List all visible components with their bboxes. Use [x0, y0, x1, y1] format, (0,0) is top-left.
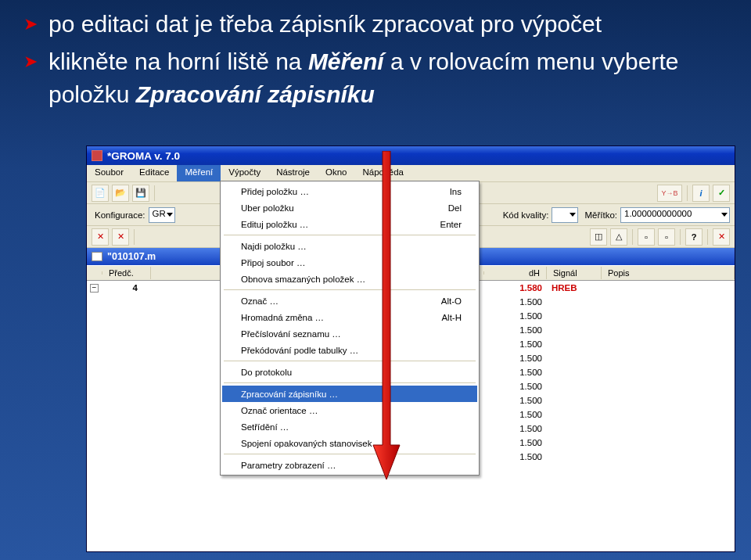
yb-icon[interactable]: Y→B: [657, 185, 682, 202]
save-icon[interactable]: 💾: [132, 185, 149, 202]
menu-item[interactable]: Obnova smazaných položek …: [222, 271, 477, 287]
col-predc[interactable]: Předč.: [102, 267, 151, 279]
new-icon[interactable]: 📄: [92, 185, 109, 202]
menu-item[interactable]: Spojení opakovaných stanovisek …: [222, 435, 477, 451]
bullet-2: klikněte na horní liště na Měření a v ro…: [49, 45, 728, 111]
menu-item[interactable]: Přidej položku …Ins: [222, 183, 477, 199]
col-signal[interactable]: Signál: [547, 267, 602, 279]
col-dh[interactable]: dH: [484, 267, 547, 279]
kod-combo[interactable]: [552, 207, 578, 223]
menu-item[interactable]: Parametry zobrazení …: [222, 457, 477, 473]
menu-item[interactable]: Do protokolu: [222, 364, 477, 380]
menu-item[interactable]: Označ …Alt-O: [222, 293, 477, 309]
menu-item[interactable]: Uber položkuDel: [222, 199, 477, 216]
help-icon[interactable]: ?: [685, 228, 702, 246]
check-icon[interactable]: ✓: [713, 185, 730, 202]
menu-okno[interactable]: Okno: [318, 165, 355, 181]
tool-icon[interactable]: ▫: [638, 228, 655, 246]
menu-mereni[interactable]: Měření: [177, 165, 221, 181]
tool-icon[interactable]: ✕: [112, 228, 129, 246]
app-window: *GROMA v. 7.0 Soubor Editace Měření Výpo…: [86, 145, 735, 552]
konfig-combo[interactable]: GR: [149, 207, 175, 223]
menu-nastroje[interactable]: Nástroje: [268, 165, 318, 181]
shortcut-label: Del: [448, 203, 462, 213]
tool-icon[interactable]: ✕: [713, 228, 730, 246]
bullet-1: po editaci dat je třeba zápisník zpracov…: [49, 8, 602, 41]
open-icon[interactable]: 📂: [112, 185, 129, 202]
menu-item[interactable]: Setřídění …: [222, 418, 477, 435]
subwindow-title: "010107.m: [107, 251, 156, 262]
bullet-icon: ➤: [23, 50, 38, 111]
shortcut-label: Ins: [450, 187, 462, 196]
app-icon: [92, 150, 102, 161]
menu-editace[interactable]: Editace: [131, 165, 177, 181]
menu-item[interactable]: Připoj soubor …: [222, 254, 477, 271]
menu-item[interactable]: Edituj položku …Enter: [222, 216, 477, 232]
window-title: *GROMA v. 7.0: [107, 150, 180, 162]
shortcut-label: Alt-O: [441, 296, 462, 306]
instruction-text: ➤ po editaci dat je třeba zápisník zprac…: [23, 8, 728, 116]
konfig-label: Konfigurace:: [95, 210, 146, 220]
bullet-icon: ➤: [23, 13, 38, 41]
menu-item[interactable]: Přečíslování seznamu …: [222, 325, 477, 342]
titlebar: *GROMA v. 7.0: [87, 146, 735, 165]
menu-item[interactable]: Označ orientace …: [222, 402, 477, 418]
tool-icon[interactable]: ✕: [92, 228, 109, 246]
menubar[interactable]: Soubor Editace Měření Výpočty Nástroje O…: [87, 165, 735, 182]
menu-item[interactable]: Překódování podle tabulky …: [222, 342, 477, 358]
tool-icon[interactable]: ▫: [658, 228, 675, 246]
mereni-dropdown[interactable]: Přidej položku …InsUber položkuDelEdituj…: [220, 181, 480, 476]
menu-item[interactable]: Hromadná změna …Alt-H: [222, 309, 477, 325]
doc-icon: [92, 252, 102, 261]
shortcut-label: Enter: [440, 220, 462, 229]
kod-label: Kód kvality:: [503, 210, 549, 220]
tool-icon[interactable]: △: [610, 228, 627, 246]
menu-soubor[interactable]: Soubor: [87, 165, 131, 181]
tool-icon[interactable]: ◫: [590, 228, 607, 246]
meritko-combo[interactable]: 1.000000000000: [620, 207, 730, 223]
expand-icon[interactable]: −: [90, 284, 99, 293]
menu-vypocty[interactable]: Výpočty: [221, 165, 268, 181]
menu-item[interactable]: Najdi položku …: [222, 238, 477, 254]
shortcut-label: Alt-H: [441, 313, 462, 322]
meritko-label: Měřítko:: [584, 210, 617, 220]
menu-item[interactable]: Zpracování zápisníku …: [222, 386, 477, 402]
info-icon[interactable]: i: [692, 185, 710, 202]
menu-napoveda[interactable]: Nápověda: [355, 165, 411, 181]
col-popis[interactable]: Popis: [602, 267, 735, 279]
